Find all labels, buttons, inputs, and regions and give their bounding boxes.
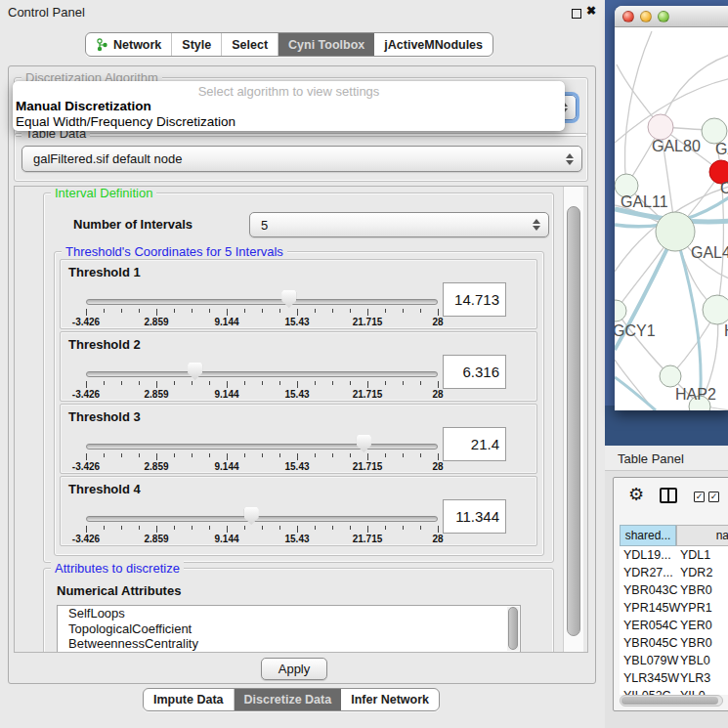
mode-tab-infer-network[interactable]: Infer Network	[341, 689, 439, 710]
table-row[interactable]: YBL079WYBL0	[620, 652, 728, 669]
cell-shared-name[interactable]: YIL052C	[620, 687, 676, 695]
slider-tick-labels: -3.4262.8599.14415.4321.71528	[86, 389, 438, 400]
slider-track[interactable]	[86, 371, 438, 377]
horizontal-scrollbar-thumb[interactable]	[621, 697, 718, 705]
mode-tab-label: Discretize Data	[244, 693, 332, 707]
tick-mark	[174, 453, 175, 457]
table-row[interactable]: YBR043CYBR0	[620, 581, 728, 599]
slider-thumb[interactable]	[244, 507, 259, 525]
network-view-window[interactable]: GAL80 GA C GAL11 GAL4 GCY1 H HAP2	[615, 6, 728, 410]
list-item-betweennesscentrality[interactable]: BetweennessCentrality	[58, 636, 520, 652]
list-scrollbar[interactable]	[507, 607, 519, 651]
tick-mark	[297, 381, 298, 388]
node-hap2[interactable]	[660, 365, 681, 387]
threshold-value-field[interactable]: 14.713	[443, 282, 506, 317]
tick-mark	[332, 453, 333, 457]
cell-name[interactable]: YER0	[676, 617, 728, 634]
slider-thumb[interactable]	[188, 363, 202, 380]
mode-tab-discretize-data[interactable]: Discretize Data	[235, 689, 342, 710]
table-panel-titlebar: Table Panel	[605, 446, 728, 471]
tick-mark	[367, 526, 368, 533]
dropdown-option-manual-discretization[interactable]: Manual Discretization	[13, 98, 565, 113]
network-window-titlebar[interactable]	[615, 6, 728, 27]
slider-track[interactable]	[86, 299, 438, 305]
tick-label: 21.715	[353, 461, 383, 472]
cell-shared-name[interactable]: YPR145W	[620, 599, 676, 617]
vertical-scrollbar[interactable]	[563, 187, 583, 652]
table-row[interactable]: YIL052CYIL0	[620, 687, 728, 695]
number-of-intervals-combobox[interactable]: 5	[249, 212, 549, 237]
slider-thumb[interactable]	[281, 290, 296, 308]
tick-mark	[192, 526, 193, 530]
cell-shared-name[interactable]: YBR045C	[620, 634, 676, 652]
cell-shared-name[interactable]: YLR345W	[620, 669, 676, 687]
tick-mark	[367, 381, 368, 388]
cell-name[interactable]: YDR2	[676, 564, 728, 581]
node-h[interactable]	[703, 295, 728, 324]
mode-tab-impute-data[interactable]: Impute Data	[144, 689, 235, 710]
tick-mark	[350, 526, 351, 530]
dropdown-option-equal-width-frequency[interactable]: Equal Width/Frequency Discretization	[13, 113, 565, 129]
network-nodes[interactable]	[615, 114, 728, 410]
numerical-attributes-list[interactable]: SelfLoopsTopologicalCoefficientBetweenne…	[57, 605, 521, 653]
tick-label: 15.43	[284, 389, 309, 400]
cell-name[interactable]: YBR0	[676, 634, 728, 652]
slider-thumb[interactable]	[357, 435, 371, 452]
split-view-icon[interactable]	[660, 488, 677, 503]
threshold-value-field[interactable]: 6.316	[443, 355, 506, 389]
node-gcy1[interactable]	[615, 300, 626, 321]
column-header-shared-name[interactable]: shared...	[620, 525, 676, 546]
threshold-value-field[interactable]: 21.4	[443, 427, 506, 461]
tab-style[interactable]: Style	[172, 33, 222, 56]
cell-shared-name[interactable]: YBL079W	[620, 652, 676, 669]
combo-arrows-icon	[566, 153, 574, 165]
table-row[interactable]: YPR145WYPR1	[620, 599, 728, 617]
slider-ticks	[86, 453, 438, 461]
table-row[interactable]: YDL19...YDL1	[620, 546, 728, 564]
node-gal80[interactable]	[648, 114, 673, 140]
float-window-icon[interactable]	[572, 9, 581, 19]
cell-shared-name[interactable]: YDL19...	[620, 546, 676, 564]
table-row[interactable]: YDR27...YDR2	[620, 564, 728, 581]
vertical-scrollbar-thumb[interactable]	[567, 206, 580, 636]
checkbox-icon[interactable]: ✓	[694, 492, 705, 502]
close-traffic-light-icon[interactable]	[622, 11, 634, 22]
table-header-row: shared... na	[620, 525, 728, 546]
table-row[interactable]: YLR345WYLR3	[620, 669, 728, 687]
horizontal-scrollbar[interactable]	[620, 695, 723, 707]
close-icon[interactable]: ✖	[586, 4, 596, 18]
table-row[interactable]: YBR045CYBR0	[620, 634, 728, 652]
tab-jactivemnodules[interactable]: jActiveMNodules	[374, 33, 492, 56]
slider-track[interactable]	[86, 516, 438, 522]
cell-name[interactable]: YDL1	[676, 546, 728, 564]
zoom-traffic-light-icon[interactable]	[658, 11, 669, 22]
apply-button[interactable]: Apply	[261, 658, 327, 680]
table-data-combobox[interactable]: galFiltered.sif default node	[21, 146, 582, 172]
tab-cyni-toolbox[interactable]: Cyni Toolbox	[278, 33, 374, 56]
column-header-name[interactable]: na	[676, 525, 728, 546]
list-scrollbar-thumb[interactable]	[508, 607, 518, 650]
threshold-box-threshold-3: Threshold 3-3.4262.8599.14415.4321.71528…	[60, 404, 537, 474]
network-canvas[interactable]: GAL80 GA C GAL11 GAL4 GCY1 H HAP2	[615, 27, 728, 410]
tab-network[interactable]: Network	[86, 33, 172, 56]
cell-shared-name[interactable]: YER054C	[620, 617, 676, 634]
table-panel-title: Table Panel	[618, 451, 684, 466]
table-row[interactable]: YER054CYER0	[620, 617, 728, 634]
threshold-value-field[interactable]: 11.344	[443, 499, 506, 534]
cell-name[interactable]: YPR1	[676, 599, 728, 617]
cell-name[interactable]: YBL0	[676, 652, 728, 669]
cell-name[interactable]: YIL0	[676, 687, 728, 695]
cell-name[interactable]: YBR0	[676, 581, 728, 599]
tab-select[interactable]: Select	[222, 33, 278, 56]
slider-track[interactable]	[86, 444, 438, 450]
tick-mark	[174, 526, 175, 530]
minimize-traffic-light-icon[interactable]	[640, 11, 652, 22]
checkbox-icon[interactable]: ✓	[708, 492, 719, 502]
cell-name[interactable]: YLR3	[676, 669, 728, 687]
cell-shared-name[interactable]: YBR043C	[620, 581, 676, 599]
cell-shared-name[interactable]: YDR27...	[620, 564, 676, 581]
list-item-topologicalcoefficient[interactable]: TopologicalCoefficient	[58, 621, 520, 637]
node-gal4[interactable]	[656, 212, 695, 251]
list-item-selfloops[interactable]: SelfLoops	[58, 606, 520, 621]
gear-icon[interactable]: ⚙	[628, 484, 644, 505]
